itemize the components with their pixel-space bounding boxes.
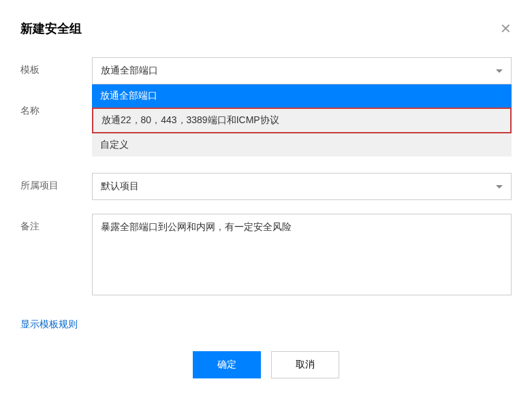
show-rules-link-wrapper: 显示模板规则 <box>20 312 512 331</box>
remark-label: 备注 <box>20 214 92 233</box>
cancel-button[interactable]: 取消 <box>271 351 339 378</box>
template-select[interactable]: 放通全部端口 <box>92 57 512 84</box>
template-option-all-ports[interactable]: 放通全部端口 <box>92 84 512 108</box>
template-control: 放通全部端口 放通全部端口 放通22，80，443，3389端口和ICMP协议 … <box>92 57 512 84</box>
project-select[interactable]: 默认项目 <box>92 173 512 200</box>
create-security-group-modal: 新建安全组 ✕ 模板 放通全部端口 放通全部端口 放通22，80，443，338… <box>0 0 532 392</box>
close-icon[interactable]: ✕ <box>500 22 512 35</box>
modal-header: 新建安全组 ✕ <box>20 20 512 37</box>
remark-textarea[interactable]: 暴露全部端口到公网和内网，有一定安全风险 <box>92 214 512 295</box>
chevron-down-icon <box>496 185 503 189</box>
chevron-down-icon <box>496 69 503 73</box>
show-template-rules-link[interactable]: 显示模板规则 <box>20 319 78 331</box>
name-label: 名称 <box>20 98 92 117</box>
remark-row: 备注 暴露全部端口到公网和内网，有一定安全风险 <box>20 214 512 298</box>
project-row: 所属项目 默认项目 <box>20 173 512 200</box>
modal-title: 新建安全组 <box>20 20 82 37</box>
project-control: 默认项目 <box>92 173 512 200</box>
template-selected-value: 放通全部端口 <box>101 65 158 77</box>
project-label: 所属项目 <box>20 173 92 192</box>
template-label: 模板 <box>20 57 92 76</box>
project-selected-value: 默认项目 <box>101 180 139 193</box>
template-dropdown: 放通全部端口 放通22，80，443，3389端口和ICMP协议 自定义 <box>92 84 512 157</box>
template-row: 模板 放通全部端口 放通全部端口 放通22，80，443，3389端口和ICMP… <box>20 57 512 84</box>
template-option-custom[interactable]: 自定义 <box>92 133 512 157</box>
remark-control: 暴露全部端口到公网和内网，有一定安全风险 <box>92 214 512 298</box>
confirm-button[interactable]: 确定 <box>193 351 261 378</box>
modal-footer: 确定 取消 <box>20 351 512 378</box>
template-option-common-ports[interactable]: 放通22，80，443，3389端口和ICMP协议 <box>92 108 512 133</box>
